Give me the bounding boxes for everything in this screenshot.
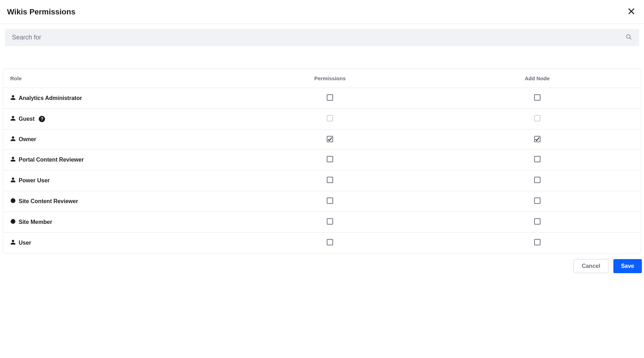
add-node-checkbox[interactable] — [534, 197, 540, 204]
permissions-cell — [226, 88, 434, 109]
permissions-checkbox — [327, 115, 333, 121]
role-cell: Guest? — [3, 109, 226, 130]
role-label: Analytics Administrator — [19, 95, 82, 101]
add-node-cell — [433, 212, 641, 233]
permissions-cell — [226, 130, 434, 150]
user-role-icon — [10, 156, 16, 163]
role-label: Owner — [19, 136, 36, 143]
add-node-cell — [433, 88, 641, 109]
permissions-checkbox[interactable] — [327, 156, 333, 162]
role-label: User — [19, 240, 31, 246]
table-header-row: Role Permissions Add Node — [3, 69, 641, 88]
svg-point-4 — [11, 199, 15, 203]
search-wrapper — [0, 24, 644, 51]
role-label: Power User — [19, 177, 50, 184]
dialog-footer: Cancel Save — [0, 253, 644, 277]
role-cell: Site Member — [3, 212, 226, 233]
role-label: Site Member — [19, 219, 52, 225]
permissions-checkbox[interactable] — [327, 136, 333, 142]
role-cell: Site Content Reviewer — [3, 191, 226, 212]
table-row: Site Content Reviewer — [3, 191, 641, 212]
permissions-cell — [226, 170, 434, 191]
page-title: Wikis Permissions — [7, 7, 75, 17]
permissions-cell — [226, 233, 434, 253]
add-node-cell — [433, 233, 641, 253]
svg-line-3 — [630, 38, 631, 39]
table-row: Portal Content Reviewer — [3, 150, 641, 170]
column-add-node: Add Node — [433, 69, 641, 88]
add-node-cell — [433, 130, 641, 150]
permissions-table: Role Permissions Add Node Analytics Admi… — [3, 69, 641, 253]
user-role-icon — [10, 239, 16, 246]
permissions-checkbox[interactable] — [327, 197, 333, 204]
site-role-icon — [10, 219, 16, 226]
user-role-icon — [10, 177, 16, 184]
role-cell: Power User — [3, 170, 226, 191]
table-row: Analytics Administrator — [3, 88, 641, 109]
table-row: User — [3, 233, 641, 253]
add-node-checkbox[interactable] — [534, 218, 540, 225]
site-role-icon — [10, 198, 16, 205]
add-node-checkbox[interactable] — [534, 136, 540, 142]
help-icon[interactable]: ? — [39, 116, 45, 122]
search-input[interactable] — [5, 29, 639, 46]
add-node-checkbox[interactable] — [534, 156, 540, 162]
close-icon — [627, 7, 636, 17]
content-area: Role Permissions Add Node Analytics Admi… — [0, 69, 644, 253]
permissions-cell — [226, 150, 434, 170]
add-node-checkbox[interactable] — [534, 94, 540, 101]
cancel-button[interactable]: Cancel — [574, 259, 608, 273]
role-label: Site Content Reviewer — [19, 198, 78, 205]
permissions-checkbox[interactable] — [327, 94, 333, 101]
role-label: Guest — [19, 116, 35, 122]
table-row: Owner — [3, 130, 641, 150]
close-button[interactable] — [626, 6, 637, 18]
role-cell: Portal Content Reviewer — [3, 150, 226, 170]
save-button[interactable]: Save — [613, 259, 642, 273]
permissions-checkbox[interactable] — [327, 218, 333, 225]
column-permissions: Permissions — [226, 69, 434, 88]
add-node-checkbox — [534, 115, 540, 121]
add-node-cell — [433, 150, 641, 170]
add-node-checkbox[interactable] — [534, 177, 540, 183]
permissions-cell — [226, 109, 434, 130]
add-node-checkbox[interactable] — [534, 239, 540, 245]
user-role-icon — [10, 136, 16, 143]
svg-point-2 — [626, 34, 630, 38]
add-node-cell — [433, 170, 641, 191]
add-node-cell — [433, 109, 641, 130]
table-row: Guest? — [3, 109, 641, 130]
user-role-icon — [10, 115, 16, 123]
user-role-icon — [10, 95, 16, 102]
search-icon — [626, 34, 632, 42]
table-row: Site Member — [3, 212, 641, 233]
permissions-checkbox[interactable] — [327, 177, 333, 183]
svg-point-6 — [11, 219, 15, 224]
role-cell: Analytics Administrator — [3, 88, 226, 109]
search-container — [5, 29, 639, 46]
column-role: Role — [3, 69, 226, 88]
role-cell: User — [3, 233, 226, 253]
add-node-cell — [433, 191, 641, 212]
permissions-checkbox[interactable] — [327, 239, 333, 245]
role-cell: Owner — [3, 130, 226, 150]
role-label: Portal Content Reviewer — [19, 157, 84, 163]
table-row: Power User — [3, 170, 641, 191]
permissions-cell — [226, 191, 434, 212]
permissions-cell — [226, 212, 434, 233]
dialog-header: Wikis Permissions — [0, 0, 644, 24]
